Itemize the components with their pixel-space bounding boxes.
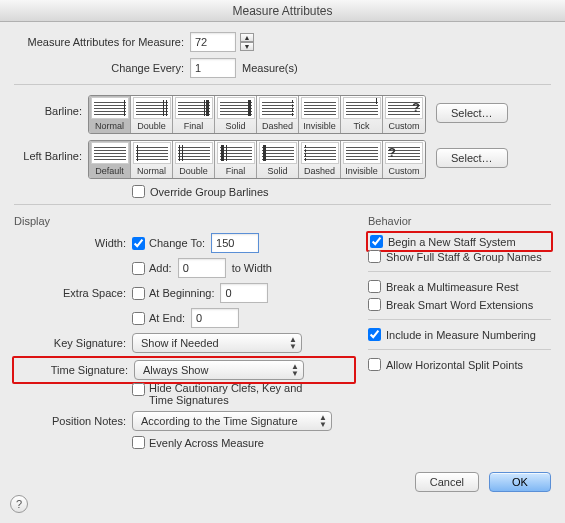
- barline-invisible[interactable]: Invisible: [299, 96, 341, 133]
- begin-new-staff-label: Begin a New Staff System: [388, 236, 516, 248]
- time-signature-select[interactable]: Always Show ▲▼: [134, 360, 304, 380]
- at-end-label: At End:: [149, 312, 185, 324]
- add-input[interactable]: [178, 258, 226, 278]
- include-numbering-label: Include in Measure Numbering: [386, 329, 536, 341]
- at-end-checkbox[interactable]: [132, 312, 145, 325]
- ok-button[interactable]: OK: [489, 472, 551, 492]
- hide-cautionary-label: Hide Cautionary Clefs, Key and Time Sign…: [149, 382, 329, 406]
- barline-group: Normal Double Final Solid Dashed Invisib…: [88, 95, 426, 134]
- add-checkbox[interactable]: [132, 262, 145, 275]
- left-barline-custom[interactable]: ?Custom: [383, 141, 425, 178]
- show-full-names-label: Show Full Staff & Group Names: [386, 251, 542, 263]
- break-multimeasure-label: Break a Multimeasure Rest: [386, 281, 519, 293]
- stepper-down-icon[interactable]: ▼: [240, 42, 254, 51]
- measure-stepper[interactable]: ▲ ▼: [240, 33, 254, 51]
- add-label: Add:: [149, 262, 172, 274]
- change-every-label: Change Every:: [14, 62, 184, 74]
- chevron-updown-icon: ▲▼: [289, 336, 297, 350]
- left-barline-label: Left Barline:: [14, 140, 82, 162]
- barline-custom[interactable]: ?Custom: [383, 96, 425, 133]
- position-notes-label: Position Notes:: [14, 415, 126, 427]
- barline-select-button[interactable]: Select…: [436, 103, 508, 123]
- display-title: Display: [14, 215, 354, 227]
- break-smart-word-checkbox[interactable]: [368, 298, 381, 311]
- change-every-input[interactable]: [190, 58, 236, 78]
- chevron-updown-icon: ▲▼: [319, 414, 327, 428]
- key-signature-select[interactable]: Show if Needed ▲▼: [132, 333, 302, 353]
- add-suffix: to Width: [232, 262, 272, 274]
- measure-number-input[interactable]: [190, 32, 236, 52]
- barline-tick[interactable]: Tick: [341, 96, 383, 133]
- time-signature-label: Time Signature:: [16, 364, 128, 376]
- override-group-barlines-checkbox[interactable]: [132, 185, 145, 198]
- hide-cautionary-checkbox[interactable]: [132, 383, 145, 396]
- at-end-input[interactable]: [191, 308, 239, 328]
- cancel-button[interactable]: Cancel: [415, 472, 479, 492]
- left-barline-default[interactable]: Default: [89, 141, 131, 178]
- allow-split-checkbox[interactable]: [368, 358, 381, 371]
- change-to-checkbox[interactable]: [132, 237, 145, 250]
- evenly-checkbox[interactable]: [132, 436, 145, 449]
- left-barline-final[interactable]: Final: [215, 141, 257, 178]
- window-title: Measure Attributes: [0, 0, 565, 22]
- left-barline-invisible[interactable]: Invisible: [341, 141, 383, 178]
- evenly-label: Evenly Across Measure: [149, 437, 264, 449]
- extra-space-label: Extra Space:: [14, 287, 126, 299]
- barline-label: Barline:: [14, 95, 82, 117]
- key-signature-label: Key Signature:: [14, 337, 126, 349]
- stepper-up-icon[interactable]: ▲: [240, 33, 254, 42]
- at-beginning-label: At Beginning:: [149, 287, 214, 299]
- help-icon[interactable]: ?: [10, 495, 28, 513]
- behavior-title: Behavior: [368, 215, 551, 227]
- override-group-barlines-label: Override Group Barlines: [150, 186, 269, 198]
- left-barline-dashed[interactable]: Dashed: [299, 141, 341, 178]
- barline-final[interactable]: Final: [173, 96, 215, 133]
- position-notes-select[interactable]: According to the Time Signature ▲▼: [132, 411, 332, 431]
- width-label: Width:: [14, 237, 126, 249]
- barline-dashed[interactable]: Dashed: [257, 96, 299, 133]
- chevron-updown-icon: ▲▼: [291, 363, 299, 377]
- change-to-input[interactable]: [211, 233, 259, 253]
- begin-new-staff-checkbox[interactable]: [370, 235, 383, 248]
- allow-split-label: Allow Horizontal Split Points: [386, 359, 523, 371]
- barline-double[interactable]: Double: [131, 96, 173, 133]
- left-barline-double[interactable]: Double: [173, 141, 215, 178]
- break-multimeasure-checkbox[interactable]: [368, 280, 381, 293]
- measure-for-label: Measure Attributes for Measure:: [14, 36, 184, 48]
- show-full-names-checkbox[interactable]: [368, 250, 381, 263]
- left-barline-select-button[interactable]: Select…: [436, 148, 508, 168]
- measures-suffix: Measure(s): [242, 62, 298, 74]
- barline-normal[interactable]: Normal: [89, 96, 131, 133]
- change-to-label: Change To:: [149, 237, 205, 249]
- at-beginning-input[interactable]: [220, 283, 268, 303]
- barline-solid[interactable]: Solid: [215, 96, 257, 133]
- at-beginning-checkbox[interactable]: [132, 287, 145, 300]
- left-barline-normal[interactable]: Normal: [131, 141, 173, 178]
- include-numbering-checkbox[interactable]: [368, 328, 381, 341]
- left-barline-solid[interactable]: Solid: [257, 141, 299, 178]
- break-smart-word-label: Break Smart Word Extensions: [386, 299, 533, 311]
- left-barline-group: Default Normal Double Final Solid Dashed…: [88, 140, 426, 179]
